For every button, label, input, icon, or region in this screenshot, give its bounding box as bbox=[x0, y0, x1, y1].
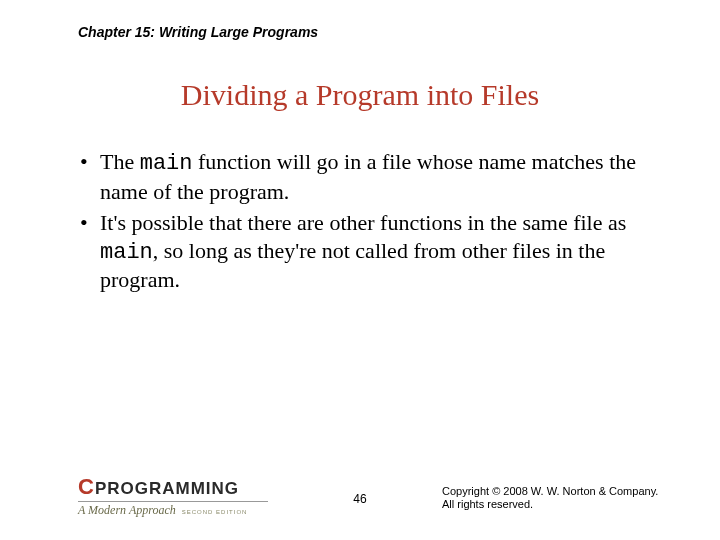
bullet-code: main bbox=[140, 151, 193, 176]
footer: C PROGRAMMING A Modern Approach SECOND E… bbox=[0, 474, 720, 518]
bullet-item: The main function will go in a file whos… bbox=[78, 148, 660, 205]
bullet-text-post: , so long as they're not called from oth… bbox=[100, 238, 605, 293]
body-content: The main function will go in a file whos… bbox=[78, 148, 660, 298]
logo-edition: SECOND EDITION bbox=[182, 509, 248, 515]
bullet-item: It's possible that there are other funct… bbox=[78, 209, 660, 294]
copyright-line: All rights reserved. bbox=[442, 498, 672, 512]
slide-title: Dividing a Program into Files bbox=[0, 78, 720, 112]
copyright: Copyright © 2008 W. W. Norton & Company.… bbox=[442, 485, 672, 513]
bullet-code: main bbox=[100, 240, 153, 265]
copyright-line: Copyright © 2008 W. W. Norton & Company. bbox=[442, 485, 672, 499]
chapter-header: Chapter 15: Writing Large Programs bbox=[78, 24, 318, 40]
bullet-text-pre: It's possible that there are other funct… bbox=[100, 210, 626, 235]
bullet-text-pre: The bbox=[100, 149, 140, 174]
